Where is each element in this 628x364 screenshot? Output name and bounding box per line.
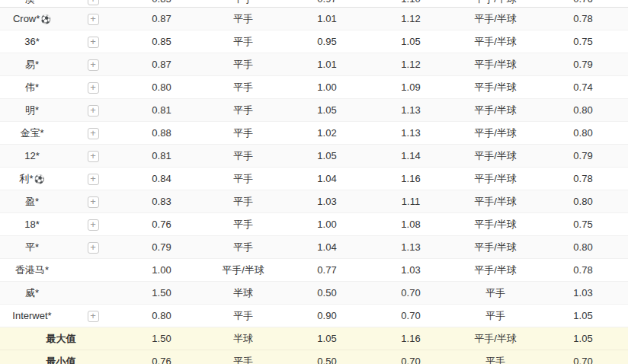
bookmaker-cell: 36* (0, 30, 64, 53)
table-row: 盈*+0.83平手1.031.11平手/半球0.80 (0, 190, 628, 213)
odds-value: 1.01 (317, 59, 336, 70)
odds-value: 1.12 (401, 13, 420, 24)
handicap-value: 平手/半球 (474, 196, 517, 207)
expand-button[interactable]: + (88, 59, 99, 71)
bookmaker-cell: 明* (0, 99, 64, 122)
table-row: Interwet*+0.80平手0.900.70平手1.05 (0, 305, 628, 327)
odds-value: 0.76 (573, 0, 592, 5)
odds-value: 1.05 (401, 36, 420, 47)
bookmaker-name: 利* (20, 173, 34, 184)
odds-cell: 1.05 (538, 327, 628, 350)
handicap-value: 平手 (485, 287, 505, 299)
odds-cell: 0.75 (538, 213, 628, 236)
odds-cell: 0.80 (538, 122, 628, 145)
bookmaker-name: 18* (24, 219, 40, 230)
odds-value: 0.77 (317, 264, 336, 276)
expand-cell: + (64, 8, 122, 30)
bookmaker-name: Interwet* (12, 310, 51, 321)
odds-value: 0.97 (317, 0, 336, 5)
odds-cell: 0.78 (538, 168, 628, 190)
odds-value: 1.05 (573, 333, 592, 344)
odds-cell: 0.70 (369, 282, 453, 305)
handicap-value: 平手 (233, 173, 253, 184)
table-row: 金宝*+0.88平手1.021.13平手/半球0.80 (0, 122, 628, 145)
odds-cell: 0.95 (285, 30, 369, 53)
handicap-cell: 平手/半球 (453, 0, 538, 8)
bookmaker-name: 最大值 (46, 333, 76, 344)
odds-value: 0.50 (317, 287, 336, 299)
odds-value: 1.14 (401, 150, 420, 161)
odds-value: 0.76 (152, 356, 171, 364)
expand-button[interactable]: + (88, 37, 99, 48)
odds-cell: 1.14 (369, 145, 453, 168)
odds-cell: 0.79 (538, 53, 628, 76)
handicap-value: 平手 (485, 356, 505, 364)
handicap-value: 平手 (233, 150, 253, 161)
expand-cell: + (64, 305, 122, 327)
expand-button[interactable]: + (88, 0, 99, 5)
odds-value: 0.80 (573, 196, 592, 207)
bookmaker-cell: 盈* (0, 190, 64, 213)
handicap-cell: 半球 (201, 327, 285, 350)
odds-cell: 0.50 (285, 350, 369, 364)
handicap-cell: 平手/半球 (453, 8, 538, 30)
odds-value: 0.88 (152, 127, 171, 139)
odds-cell: 1.13 (369, 99, 453, 122)
handicap-cell: 平手/半球 (201, 259, 285, 282)
odds-value: 1.05 (317, 104, 336, 116)
odds-cell: 1.16 (369, 168, 453, 190)
bookmaker-name: 伟* (25, 81, 39, 93)
expand-button[interactable]: + (88, 196, 99, 208)
handicap-value: 平手/半球 (474, 81, 517, 93)
handicap-cell: 平手 (201, 190, 285, 213)
expand-button[interactable]: + (88, 105, 99, 117)
bookmaker-cell: Crow*⚽ (0, 8, 64, 30)
odds-cell: 1.12 (369, 8, 453, 30)
handicap-value: 平手/半球 (474, 264, 517, 276)
odds-value: 1.11 (402, 196, 420, 207)
odds-value: 1.03 (573, 287, 592, 299)
expand-button[interactable]: + (88, 219, 99, 231)
odds-value: 0.84 (152, 173, 171, 184)
odds-value: 1.05 (573, 310, 592, 321)
handicap-cell: 平手/半球 (453, 168, 538, 190)
odds-cell: 0.78 (538, 8, 628, 30)
handicap-cell: 平手 (201, 8, 285, 30)
bookmaker-cell: 澳* (0, 0, 64, 8)
odds-cell: 1.50 (122, 282, 201, 305)
expand-button[interactable]: + (88, 128, 99, 139)
odds-value: 0.80 (573, 241, 592, 253)
expand-button[interactable]: + (88, 151, 99, 162)
odds-value: 0.78 (573, 13, 592, 24)
odds-cell: 0.80 (538, 236, 628, 259)
odds-value: 1.04 (317, 241, 336, 253)
bookmaker-name: 金宝* (20, 127, 43, 139)
handicap-cell: 平手/半球 (453, 76, 538, 99)
odds-cell: 0.80 (538, 99, 628, 122)
odds-cell: 0.70 (369, 305, 453, 327)
table-row: 利*⚽+0.84平手1.041.16平手/半球0.78 (0, 168, 628, 190)
expand-cell: + (64, 190, 122, 213)
expand-button[interactable]: + (88, 14, 99, 25)
table-row: 最大值1.50半球1.051.16平手/半球1.05 (0, 327, 628, 350)
handicap-value: 平手/半球 (474, 13, 517, 24)
handicap-value: 平手/半球 (474, 127, 517, 139)
odds-cell: 0.78 (538, 259, 628, 282)
handicap-cell: 平手/半球 (453, 327, 538, 350)
expand-button[interactable]: + (88, 82, 99, 94)
handicap-cell: 平手 (201, 76, 285, 99)
table-row: 平*+0.79平手1.041.13平手/半球0.80 (0, 236, 628, 259)
odds-comparison-table: 澳*+0.85平手0.971.10平手/半球0.76Crow*⚽+0.87平手1… (0, 0, 628, 364)
expand-button[interactable]: + (88, 174, 99, 185)
table-row: 澳*+0.85平手0.971.10平手/半球0.76 (0, 0, 628, 8)
expand-button[interactable]: + (88, 242, 99, 254)
odds-cell: 0.81 (122, 145, 201, 168)
handicap-value: 平手 (485, 310, 505, 321)
bookmaker-cell: 香港马* (0, 259, 64, 282)
expand-button[interactable]: + (88, 311, 99, 322)
odds-cell: 0.79 (538, 145, 628, 168)
table-row: 18*+0.76平手1.001.08平手/半球0.75 (0, 213, 628, 236)
handicap-cell: 平手 (201, 305, 285, 327)
odds-value: 0.79 (573, 59, 592, 70)
handicap-value: 平手 (233, 59, 253, 70)
